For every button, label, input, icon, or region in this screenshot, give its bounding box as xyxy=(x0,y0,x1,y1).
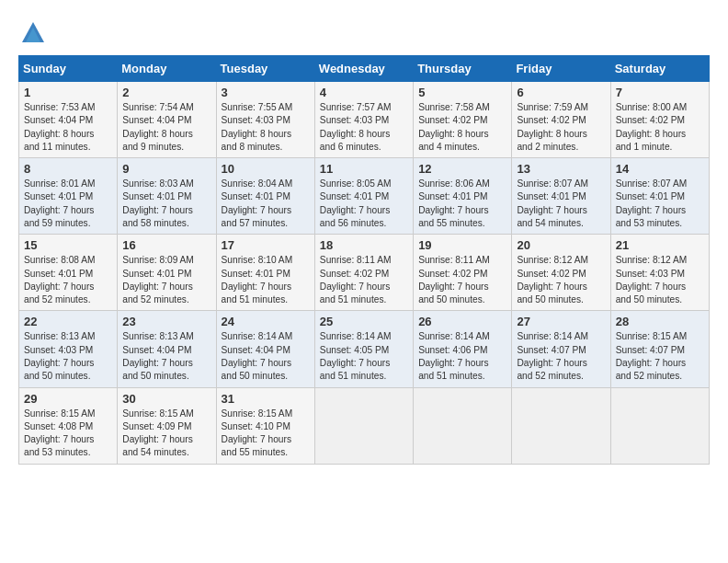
day-info: Sunrise: 7:57 AM Sunset: 4:03 PM Dayligh… xyxy=(320,101,408,154)
calendar-week-row: 8Sunrise: 8:01 AM Sunset: 4:01 PM Daylig… xyxy=(19,158,710,235)
calendar-cell: 19Sunrise: 8:11 AM Sunset: 4:02 PM Dayli… xyxy=(414,235,512,311)
day-number: 7 xyxy=(616,86,704,99)
calendar-cell: 24Sunrise: 8:14 AM Sunset: 4:04 PM Dayli… xyxy=(216,311,314,387)
calendar-cell: 21Sunrise: 8:12 AM Sunset: 4:03 PM Dayli… xyxy=(610,235,709,311)
day-number: 11 xyxy=(320,162,408,176)
weekday-header: Sunday xyxy=(19,56,118,82)
day-info: Sunrise: 7:58 AM Sunset: 4:02 PM Dayligh… xyxy=(418,101,506,154)
logo xyxy=(18,20,46,46)
calendar-cell: 2Sunrise: 7:54 AM Sunset: 4:04 PM Daylig… xyxy=(118,82,216,158)
calendar-week-row: 29Sunrise: 8:15 AM Sunset: 4:08 PM Dayli… xyxy=(19,387,710,464)
calendar-cell xyxy=(314,387,413,464)
day-number: 25 xyxy=(320,315,408,328)
weekday-header: Monday xyxy=(118,56,216,82)
day-info: Sunrise: 8:15 AM Sunset: 4:09 PM Dayligh… xyxy=(122,408,210,460)
day-info: Sunrise: 8:14 AM Sunset: 4:05 PM Dayligh… xyxy=(320,330,408,383)
calendar-cell: 12Sunrise: 8:06 AM Sunset: 4:01 PM Dayli… xyxy=(414,158,512,235)
day-number: 15 xyxy=(24,238,112,252)
day-number: 5 xyxy=(418,86,506,99)
calendar-cell: 13Sunrise: 8:07 AM Sunset: 4:01 PM Dayli… xyxy=(512,158,610,235)
calendar-week-row: 15Sunrise: 8:08 AM Sunset: 4:01 PM Dayli… xyxy=(19,235,710,311)
day-number: 19 xyxy=(418,238,506,252)
day-info: Sunrise: 8:05 AM Sunset: 4:01 PM Dayligh… xyxy=(320,178,408,230)
calendar-week-row: 22Sunrise: 8:13 AM Sunset: 4:03 PM Dayli… xyxy=(19,311,710,387)
calendar-cell: 11Sunrise: 8:05 AM Sunset: 4:01 PM Dayli… xyxy=(314,158,413,235)
calendar-cell: 5Sunrise: 7:58 AM Sunset: 4:02 PM Daylig… xyxy=(414,82,512,158)
calendar-cell: 3Sunrise: 7:55 AM Sunset: 4:03 PM Daylig… xyxy=(216,82,314,158)
day-info: Sunrise: 8:07 AM Sunset: 4:01 PM Dayligh… xyxy=(616,178,704,230)
day-info: Sunrise: 7:55 AM Sunset: 4:03 PM Dayligh… xyxy=(222,101,310,154)
day-info: Sunrise: 8:11 AM Sunset: 4:02 PM Dayligh… xyxy=(418,254,506,306)
day-info: Sunrise: 8:01 AM Sunset: 4:01 PM Dayligh… xyxy=(24,178,112,230)
calendar-cell: 16Sunrise: 8:09 AM Sunset: 4:01 PM Dayli… xyxy=(118,235,216,311)
day-info: Sunrise: 8:15 AM Sunset: 4:07 PM Dayligh… xyxy=(616,330,704,383)
calendar-cell: 14Sunrise: 8:07 AM Sunset: 4:01 PM Dayli… xyxy=(610,158,709,235)
day-info: Sunrise: 8:00 AM Sunset: 4:02 PM Dayligh… xyxy=(616,101,704,154)
day-info: Sunrise: 8:14 AM Sunset: 4:04 PM Dayligh… xyxy=(222,330,310,383)
header-row xyxy=(18,17,710,46)
day-number: 14 xyxy=(616,162,704,176)
calendar-cell: 18Sunrise: 8:11 AM Sunset: 4:02 PM Dayli… xyxy=(314,235,413,311)
calendar-cell: 25Sunrise: 8:14 AM Sunset: 4:05 PM Dayli… xyxy=(314,311,413,387)
weekday-header: Thursday xyxy=(414,56,512,82)
day-info: Sunrise: 8:14 AM Sunset: 4:07 PM Dayligh… xyxy=(517,330,605,383)
day-number: 4 xyxy=(320,86,408,99)
calendar-header-row: SundayMondayTuesdayWednesdayThursdayFrid… xyxy=(19,56,710,82)
day-info: Sunrise: 8:07 AM Sunset: 4:01 PM Dayligh… xyxy=(517,178,605,230)
day-number: 31 xyxy=(222,392,310,406)
day-info: Sunrise: 8:15 AM Sunset: 4:08 PM Dayligh… xyxy=(24,408,112,460)
day-info: Sunrise: 8:12 AM Sunset: 4:02 PM Dayligh… xyxy=(517,254,605,306)
calendar-cell: 23Sunrise: 8:13 AM Sunset: 4:04 PM Dayli… xyxy=(118,311,216,387)
calendar-cell: 20Sunrise: 8:12 AM Sunset: 4:02 PM Dayli… xyxy=(512,235,610,311)
calendar-table: SundayMondayTuesdayWednesdayThursdayFrid… xyxy=(18,55,710,465)
day-info: Sunrise: 8:12 AM Sunset: 4:03 PM Dayligh… xyxy=(616,254,704,306)
day-info: Sunrise: 8:09 AM Sunset: 4:01 PM Dayligh… xyxy=(122,254,210,306)
day-number: 3 xyxy=(222,86,310,99)
day-number: 30 xyxy=(122,392,210,406)
day-info: Sunrise: 8:15 AM Sunset: 4:10 PM Dayligh… xyxy=(222,408,310,460)
day-number: 23 xyxy=(122,315,210,328)
calendar-cell: 22Sunrise: 8:13 AM Sunset: 4:03 PM Dayli… xyxy=(19,311,118,387)
calendar-cell: 15Sunrise: 8:08 AM Sunset: 4:01 PM Dayli… xyxy=(19,235,118,311)
calendar-cell: 17Sunrise: 8:10 AM Sunset: 4:01 PM Dayli… xyxy=(216,235,314,311)
day-number: 13 xyxy=(517,162,605,176)
day-number: 24 xyxy=(222,315,310,328)
day-number: 20 xyxy=(517,238,605,252)
calendar-cell: 29Sunrise: 8:15 AM Sunset: 4:08 PM Dayli… xyxy=(19,387,118,464)
calendar-cell xyxy=(414,387,512,464)
day-info: Sunrise: 8:04 AM Sunset: 4:01 PM Dayligh… xyxy=(222,178,310,230)
day-info: Sunrise: 8:10 AM Sunset: 4:01 PM Dayligh… xyxy=(222,254,310,306)
day-info: Sunrise: 8:13 AM Sunset: 4:03 PM Dayligh… xyxy=(24,330,112,383)
day-number: 18 xyxy=(320,238,408,252)
calendar-cell xyxy=(512,387,610,464)
day-number: 17 xyxy=(222,238,310,252)
day-number: 22 xyxy=(24,315,112,328)
day-info: Sunrise: 7:54 AM Sunset: 4:04 PM Dayligh… xyxy=(122,101,210,154)
day-info: Sunrise: 8:13 AM Sunset: 4:04 PM Dayligh… xyxy=(122,330,210,383)
day-number: 9 xyxy=(122,162,210,176)
day-info: Sunrise: 8:06 AM Sunset: 4:01 PM Dayligh… xyxy=(418,178,506,230)
day-number: 28 xyxy=(616,315,704,328)
day-info: Sunrise: 8:03 AM Sunset: 4:01 PM Dayligh… xyxy=(122,178,210,230)
calendar-cell: 26Sunrise: 8:14 AM Sunset: 4:06 PM Dayli… xyxy=(414,311,512,387)
calendar-cell xyxy=(610,387,709,464)
day-number: 21 xyxy=(616,238,704,252)
calendar-week-row: 1Sunrise: 7:53 AM Sunset: 4:04 PM Daylig… xyxy=(19,82,710,158)
day-info: Sunrise: 8:08 AM Sunset: 4:01 PM Dayligh… xyxy=(24,254,112,306)
logo-icon xyxy=(20,20,46,46)
day-number: 26 xyxy=(418,315,506,328)
day-number: 27 xyxy=(517,315,605,328)
day-info: Sunrise: 7:53 AM Sunset: 4:04 PM Dayligh… xyxy=(24,101,112,154)
calendar-cell: 1Sunrise: 7:53 AM Sunset: 4:04 PM Daylig… xyxy=(19,82,118,158)
weekday-header: Saturday xyxy=(610,56,709,82)
calendar-cell: 28Sunrise: 8:15 AM Sunset: 4:07 PM Dayli… xyxy=(610,311,709,387)
calendar-cell: 4Sunrise: 7:57 AM Sunset: 4:03 PM Daylig… xyxy=(314,82,413,158)
weekday-header: Tuesday xyxy=(216,56,314,82)
weekday-header: Friday xyxy=(512,56,610,82)
calendar-cell: 30Sunrise: 8:15 AM Sunset: 4:09 PM Dayli… xyxy=(118,387,216,464)
day-info: Sunrise: 8:11 AM Sunset: 4:02 PM Dayligh… xyxy=(320,254,408,306)
calendar-cell: 9Sunrise: 8:03 AM Sunset: 4:01 PM Daylig… xyxy=(118,158,216,235)
calendar-cell: 6Sunrise: 7:59 AM Sunset: 4:02 PM Daylig… xyxy=(512,82,610,158)
day-number: 12 xyxy=(418,162,506,176)
calendar-cell: 10Sunrise: 8:04 AM Sunset: 4:01 PM Dayli… xyxy=(216,158,314,235)
